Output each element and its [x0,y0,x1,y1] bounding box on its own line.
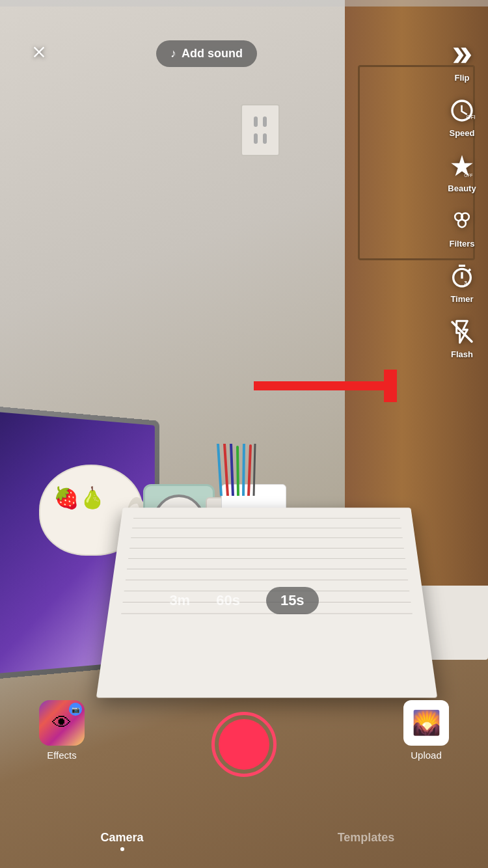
svg-text:3: 3 [464,280,467,286]
right-controls-panel: Flip OFF Speed OFF Beauty [446,39,478,371]
close-button[interactable] [23,36,55,68]
record-button[interactable] [211,712,277,777]
duration-60s[interactable]: 60s [216,592,240,609]
beauty-label: Beauty [448,183,476,193]
svg-line-6 [254,444,255,496]
timer-label: Timer [450,294,473,304]
svg-text:OFF: OFF [464,173,472,178]
upload-icon: 🌄 [403,700,449,746]
duration-selector: 3m 60s 15s [0,587,488,614]
flip-button[interactable]: Flip [446,39,478,83]
red-arrow [254,370,397,402]
record-button-outer [211,712,277,777]
upload-icon-inner: 🌄 [403,700,449,746]
speed-button[interactable]: OFF Speed [446,94,478,138]
camera-badge: 📷 [69,703,82,716]
add-sound-button[interactable]: ♪ Add sound [156,40,257,67]
filters-icon [446,205,478,237]
beauty-icon: OFF [446,150,478,182]
flash-button[interactable]: Flash [446,316,478,359]
nav-templates-label: Templates [338,831,395,845]
wall-outlet [241,104,280,156]
svg-line-0 [218,444,221,496]
pens-svg [208,444,273,496]
effects-button[interactable]: 📷 Effects [39,700,85,761]
flash-icon [446,316,478,348]
svg-line-4 [243,444,244,496]
flip-icon [446,39,478,72]
svg-line-3 [237,447,238,496]
add-sound-label: Add sound [182,47,243,61]
record-button-inner [219,719,269,770]
filters-label: Filters [449,239,474,249]
beauty-button[interactable]: OFF Beauty [446,150,478,193]
top-status-bar [0,0,488,7]
bottom-navigation: Camera Templates [0,827,488,855]
filters-button[interactable]: Filters [446,205,478,249]
svg-text:OFF: OFF [467,114,475,120]
flash-label: Flash [451,349,473,359]
svg-line-1 [224,444,228,496]
nav-camera-dot [120,847,124,851]
effects-label: Effects [47,750,77,761]
svg-point-13 [458,220,466,228]
effects-icon: 📷 [39,700,85,746]
svg-line-5 [249,446,251,496]
nav-camera-label: Camera [100,831,143,845]
speed-label: Speed [449,128,474,138]
svg-line-2 [231,444,233,496]
duration-15s[interactable]: 15s [266,587,319,614]
upload-button[interactable]: 🌄 Upload [403,700,449,761]
nav-camera[interactable]: Camera [0,827,244,855]
speed-icon: OFF [446,94,478,127]
flip-label: Flip [454,73,469,83]
upload-label: Upload [411,750,442,761]
timer-icon: 3 [446,260,478,293]
music-icon: ♪ [170,47,176,61]
timer-button[interactable]: 3 Timer [446,260,478,304]
nav-templates[interactable]: Templates [244,827,488,855]
duration-3m[interactable]: 3m [169,592,190,609]
